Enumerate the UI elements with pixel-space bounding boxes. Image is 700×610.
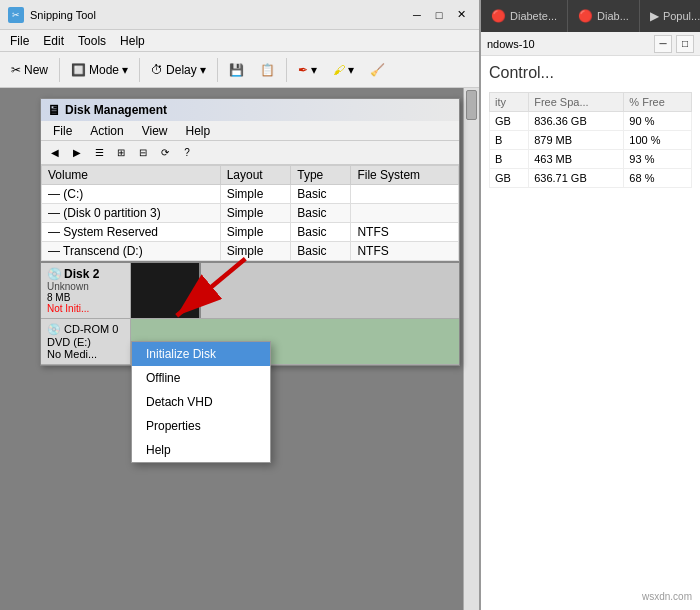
- right-td-free: 463 MB: [529, 150, 624, 169]
- ctx-initialize-disk[interactable]: Initialize Disk: [132, 342, 270, 366]
- volume-table: Volume Layout Type File System — (C:) Si…: [41, 165, 459, 261]
- row-type: Basic: [291, 223, 351, 242]
- bar-label: ndows-10: [487, 38, 650, 50]
- right-td-ity: B: [490, 131, 529, 150]
- table-row[interactable]: — Transcend (D:) Simple Basic NTFS: [42, 242, 459, 261]
- row-fs: NTFS: [351, 242, 459, 261]
- dm-menu-help[interactable]: Help: [178, 123, 219, 139]
- dm-help-btn[interactable]: ?: [177, 144, 197, 162]
- cdrom-name: 💿 CD-ROM 0: [47, 323, 124, 336]
- ctx-offline[interactable]: Offline: [132, 366, 270, 390]
- right-td-ity: B: [490, 150, 529, 169]
- menu-tools[interactable]: Tools: [72, 32, 112, 50]
- highlight-button[interactable]: 🖌 ▾: [326, 56, 361, 84]
- mode-dropdown-icon: ▾: [122, 63, 128, 77]
- tab-diabetes-2[interactable]: 🔴 Diab...: [568, 0, 640, 32]
- disk2-size: 8 MB: [47, 292, 124, 303]
- col-volume: Volume: [42, 166, 221, 185]
- new-button[interactable]: ✂ New: [4, 56, 55, 84]
- dm-back-btn[interactable]: ◀: [45, 144, 65, 162]
- pen-dropdown-icon: ▾: [311, 63, 317, 77]
- dm-forward-btn[interactable]: ▶: [67, 144, 87, 162]
- row-volume: — Transcend (D:): [42, 242, 221, 261]
- close-button[interactable]: ✕: [451, 5, 471, 25]
- highlight-icon: 🖌: [333, 63, 345, 77]
- table-row[interactable]: — (C:) Simple Basic: [42, 185, 459, 204]
- col-layout: Layout: [220, 166, 291, 185]
- table-row[interactable]: — (Disk 0 partition 3) Simple Basic: [42, 204, 459, 223]
- dm-menu-file[interactable]: File: [45, 123, 80, 139]
- right-tabs: 🔴 Diabete... 🔴 Diab... ▶ Popul...: [481, 0, 700, 32]
- separator-2: [139, 58, 140, 82]
- right-content: Control... ity Free Spa... % Free GB 836…: [481, 56, 700, 610]
- dm-app-icon: 🖥: [47, 102, 61, 118]
- tab3-label: Popul...: [663, 10, 700, 22]
- menu-edit[interactable]: Edit: [37, 32, 70, 50]
- right-table-row: GB 836.36 GB 90 %: [490, 112, 692, 131]
- delay-icon: ⏱: [151, 63, 163, 77]
- dm-list-btn[interactable]: ☰: [89, 144, 109, 162]
- delay-button[interactable]: ⏱ Delay ▾: [144, 56, 213, 84]
- scrollbar-thumb[interactable]: [466, 90, 477, 120]
- canvas-scrollbar[interactable]: [463, 88, 479, 610]
- ctx-help[interactable]: Help: [132, 438, 270, 462]
- snipping-canvas: 🖥 Disk Management File Action View Help …: [0, 88, 479, 610]
- right-table-row: GB 636.71 GB 68 %: [490, 169, 692, 188]
- dm-detail-btn[interactable]: ⊟: [133, 144, 153, 162]
- row-type: Basic: [291, 242, 351, 261]
- pen-button[interactable]: ✒ ▾: [291, 56, 324, 84]
- dm-menu-action[interactable]: Action: [82, 123, 131, 139]
- copy-button[interactable]: 📋: [253, 56, 282, 84]
- snipping-menubar: File Edit Tools Help: [0, 30, 479, 52]
- ctx-detach-vhd[interactable]: Detach VHD: [132, 390, 270, 414]
- right-td-free: 636.71 GB: [529, 169, 624, 188]
- tab2-icon: 🔴: [578, 9, 593, 23]
- dm-disk-view: 💿 Disk 2 Unknown 8 MB Not Initi... Initi: [41, 261, 459, 365]
- context-menu: Initialize Disk Offline Detach VHD Prope…: [131, 341, 271, 463]
- ctx-properties[interactable]: Properties: [132, 414, 270, 438]
- row-layout: Simple: [220, 185, 291, 204]
- tab-diabetes-1[interactable]: 🔴 Diabete...: [481, 0, 568, 32]
- disk2-row: 💿 Disk 2 Unknown 8 MB Not Initi... Initi: [41, 263, 459, 319]
- tab3-icon: ▶: [650, 9, 659, 23]
- table-row[interactable]: — System Reserved Simple Basic NTFS: [42, 223, 459, 242]
- tab-popular[interactable]: ▶ Popul...: [640, 0, 700, 32]
- watermark: wsxdn.com: [642, 591, 692, 602]
- right-col-pctfree: % Free: [624, 93, 692, 112]
- copy-icon: 📋: [260, 63, 275, 77]
- menu-help[interactable]: Help: [114, 32, 151, 50]
- row-layout: Simple: [220, 223, 291, 242]
- dm-menu-view[interactable]: View: [134, 123, 176, 139]
- save-button[interactable]: 💾: [222, 56, 251, 84]
- pen-icon: ✒: [298, 63, 308, 77]
- disk2-icon: 💿: [47, 267, 62, 281]
- dm-icon-btn[interactable]: ⊞: [111, 144, 131, 162]
- menu-file[interactable]: File: [4, 32, 35, 50]
- row-volume: — System Reserved: [42, 223, 221, 242]
- maximize-button[interactable]: □: [429, 5, 449, 25]
- col-type: Type: [291, 166, 351, 185]
- dm-refresh-btn[interactable]: ⟳: [155, 144, 175, 162]
- snipping-toolbar: ✂ New 🔲 Mode ▾ ⏱ Delay ▾ 💾 📋 ✒ ▾ 🖌 ▾: [0, 52, 479, 88]
- row-type: Basic: [291, 185, 351, 204]
- row-fs: [351, 185, 459, 204]
- tab1-icon: 🔴: [491, 9, 506, 23]
- disk-management-window: 🖥 Disk Management File Action View Help …: [40, 98, 460, 366]
- panel-maximize-btn[interactable]: □: [676, 35, 694, 53]
- scissors-icon: ✂: [11, 63, 21, 77]
- right-content-title: Control...: [489, 64, 692, 82]
- right-td-free: 836.36 GB: [529, 112, 624, 131]
- disk2-content: [131, 263, 459, 318]
- cdrom-icon: 💿: [47, 323, 61, 335]
- dm-title: Disk Management: [65, 103, 167, 117]
- right-td-ity: GB: [490, 169, 529, 188]
- eraser-button[interactable]: 🧹: [363, 56, 392, 84]
- right-table: ity Free Spa... % Free GB 836.36 GB 90 %…: [489, 92, 692, 188]
- minimize-button[interactable]: ─: [407, 5, 427, 25]
- panel-minimize-btn[interactable]: ─: [654, 35, 672, 53]
- window-controls: ─ □ ✕: [407, 5, 471, 25]
- delay-label: Delay: [166, 63, 197, 77]
- right-td-pct: 68 %: [624, 169, 692, 188]
- mode-button[interactable]: 🔲 Mode ▾: [64, 56, 135, 84]
- right-td-pct: 100 %: [624, 131, 692, 150]
